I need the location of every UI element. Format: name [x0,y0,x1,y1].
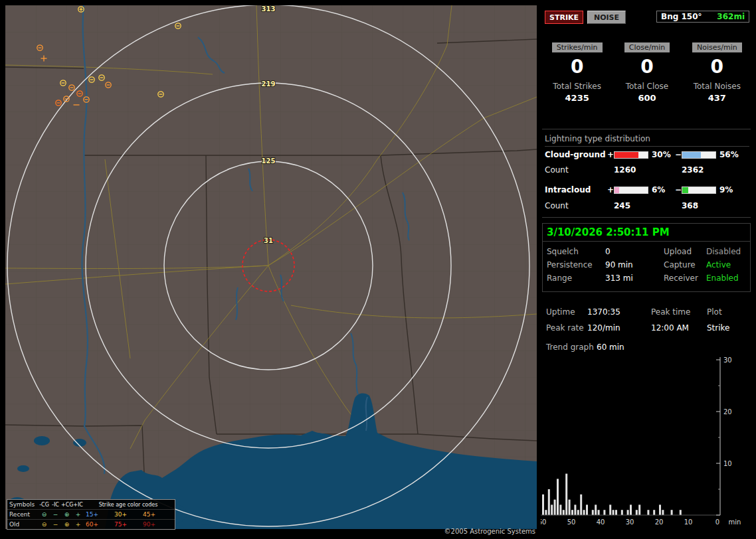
peak-time-label: Peak time [651,307,707,317]
date-time: 3/10/2026 2:50:11 PM [547,226,670,238]
uptime-label: Uptime [546,307,587,317]
total-noises-label: Total Noises [682,82,752,91]
pos-ic-icon: + [72,511,84,518]
capture-label: Capture [664,260,706,270]
trend-bars [542,474,682,515]
neg-ic-icon: − [50,511,61,518]
trend-graph-window: 60 min [597,343,624,352]
close-column: Close/min 0 Total Close 600 [612,40,682,103]
app-window: 313 219 125 31 Symbols -CG -IC +CG +IC S… [0,0,756,539]
upload-status: Disabled [706,247,741,256]
svg-text:50: 50 [567,518,576,526]
neg-ic-icon: − [50,521,61,528]
cloud-ground-label: Cloud-ground [545,150,607,159]
cg-plus-pct: 30% [648,150,675,159]
legend-col-pos-cg: +CG [61,502,72,508]
cloud-ground-row: Cloud-ground + 30% − 56% [545,150,743,159]
intracloud-count-row: Count 245 368 [545,201,698,210]
pos-cg-icon: ⊕ [61,511,72,518]
map-canvas: 313 219 125 31 [5,5,537,529]
squelch-row: Squelch 0 Upload Disabled [547,246,746,257]
legend-col-pos-ic: +IC [72,502,84,508]
bearing-label: Bng 150° [661,12,702,21]
ic-plus-pct: 6% [648,185,675,194]
ic-minus-pct: 9% [716,185,743,194]
svg-text:0: 0 [715,518,719,526]
legend-col-neg-ic: -IC [50,502,61,508]
ic-minus-count: 368 [682,201,698,210]
svg-text:min: min [729,518,741,526]
range-value: 313 mi [605,273,664,283]
separator [543,241,750,242]
neg-cg-icon: ⊖ [39,521,50,528]
distribution-title: Lightning type distribution [545,134,749,147]
neg-cg-icon: ⊖ [39,511,50,518]
peak-rate-row: Peak rate 120/min 12:00 AM Strike [546,323,752,333]
noises-per-min-value: 0 [682,55,752,79]
minus-sign: − [675,185,682,194]
noise-mode-button[interactable]: NOISE [587,11,626,24]
trend-chart: 1020306050403020100min [541,352,755,535]
svg-text:60: 60 [541,518,546,526]
cg-plus-count: 1260 [614,165,682,175]
trend-graph-row: Trend graph 60 min [546,342,752,352]
trend-axis: 1020306050403020100min [541,356,741,526]
cg-plus-bar [614,151,648,159]
svg-text:10: 10 [723,460,732,467]
separator [542,129,751,129]
strike-mode-button[interactable]: STRIKE [545,11,583,24]
strikes-column: Strikes/min 0 Total Strikes 4235 [542,40,612,103]
legend-old-label: Old [9,521,39,528]
bearing-distance: 362mi [717,12,745,21]
squelch-label: Squelch [547,247,605,256]
close-per-min-chip: Close/min [624,42,670,52]
svg-text:10: 10 [684,518,693,526]
plus-sign: + [607,150,614,159]
age-30: 30+ [112,511,141,518]
peak-rate-value: 120/min [587,323,651,333]
legend-recent-label: Recent [9,511,39,518]
svg-text:30: 30 [626,518,634,526]
ring-label-31: 31 [264,237,273,244]
total-strikes-value: 4235 [542,93,612,103]
uptime-row: Uptime 1370:35 Peak time Plot [546,307,752,317]
rate-stats: Strikes/min 0 Total Strikes 4235 Close/m… [542,40,752,103]
cg-minus-bar [682,151,716,159]
copyright-text: ©2005 Astrogenic Systems [5,528,535,535]
svg-text:30: 30 [723,356,732,364]
intracloud-label: Intracloud [545,185,607,194]
persistence-value: 90 min [605,260,664,270]
pos-cg-icon: ⊕ [61,521,72,528]
peak-rate-label: Peak rate [546,323,587,333]
upload-label: Upload [664,247,706,256]
persistence-label: Persistence [547,260,605,270]
peak-time-value: 12:00 AM [651,323,707,333]
age-90: 90+ [141,521,169,528]
total-strikes-label: Total Strikes [542,82,612,91]
ic-plus-count: 245 [614,201,682,210]
svg-text:20: 20 [723,408,732,416]
svg-text:40: 40 [597,518,605,526]
uptime-value: 1370:35 [587,307,651,317]
legend-symbols-header: Symbols [9,501,39,508]
lightning-map[interactable]: 313 219 125 31 Symbols -CG -IC +CG +IC S… [5,5,537,529]
svg-text:20: 20 [655,518,664,526]
legend-age-header: Strike age color codes [84,502,173,508]
receiver-status: Enabled [706,273,739,283]
age-15: 15+ [84,511,112,518]
separator [542,217,751,218]
capture-status: Active [706,260,731,270]
noises-column: Noises/min 0 Total Noises 437 [682,40,752,103]
ring-label-219: 219 [262,80,276,88]
bearing-readout: Bng 150° 362mi [656,11,749,23]
plot-value: Strike [707,323,730,333]
total-noises-value: 437 [682,93,752,103]
minus-sign: − [675,150,682,159]
plus-sign: + [607,185,614,194]
range-row: Range 313 mi Receiver Enabled [547,273,746,283]
count-label: Count [545,165,614,175]
count-label: Count [545,201,614,210]
clock-panel: 3/10/2026 2:50:11 PM Squelch 0 Upload Di… [542,223,751,292]
legend-col-neg-cg: -CG [39,502,50,508]
cg-minus-count: 2362 [682,165,704,175]
